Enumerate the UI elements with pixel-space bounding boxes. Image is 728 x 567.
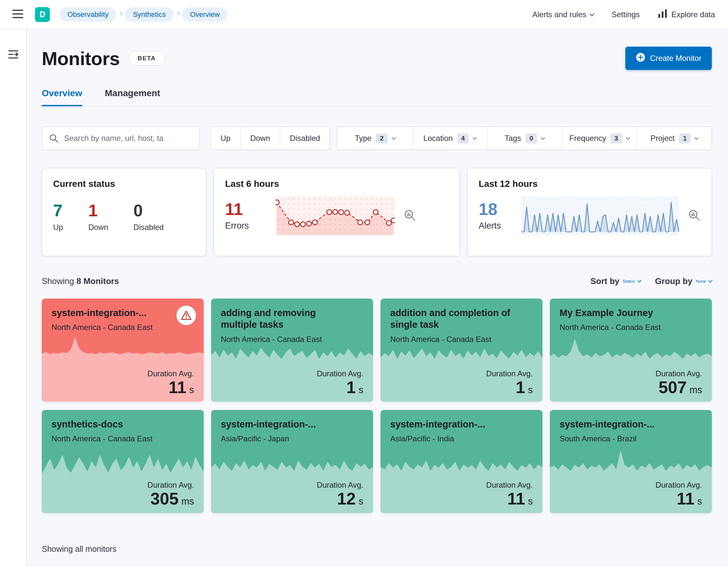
duration-label: Duration Avg.	[655, 481, 702, 490]
monitor-duration: Duration Avg. 1s	[486, 369, 533, 396]
sort-by-value-label: Status	[623, 279, 635, 284]
sort-by-value[interactable]: Status	[623, 279, 641, 284]
filter-frequency-dropdown[interactable]: Frequency 3	[562, 127, 637, 150]
duration-label: Duration Avg.	[317, 369, 363, 378]
monitor-location: North America - Canada East	[211, 331, 373, 345]
monitor-name: synthetics-docs	[42, 410, 204, 430]
filter-type-dropdown[interactable]: Type 2	[337, 127, 412, 150]
sort-by: Sort by Status	[590, 276, 641, 286]
chevron-down-icon	[637, 278, 642, 283]
breadcrumb-item-synthetics[interactable]: Synthetics	[125, 7, 174, 22]
duration-label: Duration Avg.	[655, 369, 702, 378]
duration-unit: s	[528, 385, 533, 395]
tabs: Overview Management	[42, 88, 712, 107]
current-status-title: Current status	[53, 179, 195, 189]
space-avatar[interactable]: D	[35, 7, 50, 22]
monitor-card[interactable]: system-integration-... North America - C…	[42, 299, 204, 402]
tab-overview[interactable]: Overview	[42, 88, 82, 106]
filter-disabled-button[interactable]: Disabled	[280, 127, 330, 150]
monitor-card[interactable]: My Example Journey North America - Canad…	[550, 299, 712, 402]
current-status-card: Current status 7 Up 1 Down 0 Disabled	[42, 168, 206, 256]
monitor-count-text: Showing 8 Monitors	[42, 276, 119, 286]
filter-count-badge: 0	[526, 133, 537, 143]
filter-count-badge: 3	[610, 133, 622, 143]
filter-tags-dropdown[interactable]: Tags 0	[487, 127, 562, 150]
alerts-and-rules-button[interactable]: Alerts and rules	[532, 10, 594, 19]
duration-value: 1	[516, 378, 525, 397]
filter-count-badge: 2	[376, 133, 387, 143]
settings-button[interactable]: Settings	[612, 10, 640, 19]
monitor-name: My Example Journey	[550, 299, 712, 319]
breadcrumb-item-overview[interactable]: Overview	[182, 7, 228, 22]
stat-down-label: Down	[88, 223, 108, 232]
warning-icon	[176, 306, 196, 325]
create-monitor-button[interactable]: Create Monitor	[625, 47, 712, 70]
filter-count-badge: 1	[679, 133, 690, 143]
chevron-down-icon	[472, 136, 477, 140]
monitor-duration: Duration Avg. 12s	[317, 481, 363, 507]
filter-label: Location	[423, 134, 453, 143]
duration-unit: s	[189, 385, 194, 395]
monitor-location: South America - Brazil	[550, 430, 712, 444]
inspect-alerts-button[interactable]	[688, 209, 700, 222]
stat-disabled-label: Disabled	[133, 223, 164, 232]
duration-value: 507	[659, 378, 687, 397]
stat-disabled: 0 Disabled	[133, 202, 164, 232]
breadcrumb-item-observability[interactable]: Observability	[60, 7, 116, 22]
last-6-hours-card: Last 6 hours 11 Errors	[214, 168, 460, 256]
chevron-down-icon	[541, 136, 545, 140]
monitor-name: system-integration-...	[211, 410, 373, 430]
inspect-icon	[688, 209, 700, 222]
monitor-card[interactable]: system-integration-... South America - B…	[550, 410, 712, 513]
monitor-location: Asia/Pacific - India	[381, 430, 542, 444]
hamburger-menu-button[interactable]	[10, 9, 26, 20]
tab-management[interactable]: Management	[105, 88, 160, 106]
inspect-errors-button[interactable]	[404, 209, 416, 222]
monitor-duration: Duration Avg. 11s	[655, 481, 702, 507]
monitor-duration: Duration Avg. 507ms	[655, 369, 702, 396]
chevron-down-icon	[708, 278, 712, 283]
monitor-duration: Duration Avg. 305ms	[147, 481, 194, 507]
stat-up-value: 7	[53, 202, 63, 219]
duration-value: 12	[337, 489, 356, 508]
filter-location-dropdown[interactable]: Location 4	[412, 127, 487, 150]
monitor-location: North America - Canada East	[42, 430, 204, 444]
last-6-hours-title: Last 6 hours	[225, 179, 449, 189]
filter-project-dropdown[interactable]: Project 1	[637, 127, 711, 150]
duration-label: Duration Avg.	[486, 481, 533, 490]
search-input[interactable]	[42, 127, 199, 150]
group-by: Group by None	[655, 276, 712, 286]
monitor-duration: Duration Avg. 11s	[147, 369, 194, 396]
alerts-and-rules-label: Alerts and rules	[532, 10, 586, 19]
inspect-icon	[404, 209, 416, 222]
filter-label: Tags	[505, 134, 521, 143]
stat-down-value: 1	[88, 202, 108, 219]
monitor-card[interactable]: system-integration-... Asia/Pacific - In…	[381, 410, 542, 513]
duration-value: 11	[507, 489, 525, 508]
monitor-name: system-integration-...	[550, 410, 712, 430]
settings-label: Settings	[612, 10, 640, 19]
showing-label: Showing	[42, 276, 74, 286]
duration-unit: s	[359, 385, 364, 395]
errors-label: Errors	[225, 221, 267, 231]
last-12-hours-title: Last 12 hours	[479, 179, 700, 189]
main-content: Monitors BETA Create Monitor Overview Ma…	[27, 29, 728, 567]
monitor-card[interactable]: synthetics-docs North America - Canada E…	[42, 410, 204, 513]
group-by-value[interactable]: None	[696, 279, 712, 284]
monitor-card[interactable]: adding and removing multiple tasks North…	[211, 299, 373, 402]
duration-label: Duration Avg.	[147, 369, 194, 378]
monitor-card[interactable]: addition and completion of single task N…	[381, 299, 542, 402]
stat-disabled-value: 0	[133, 202, 164, 219]
explore-data-button[interactable]: Explore data	[658, 9, 715, 20]
filter-up-button[interactable]: Up	[211, 127, 240, 150]
duration-unit: s	[359, 496, 364, 506]
filter-down-button[interactable]: Down	[240, 127, 280, 150]
create-monitor-label: Create Monitor	[650, 54, 701, 63]
bar-chart-icon	[658, 9, 667, 20]
alerts-label: Alerts	[479, 221, 514, 231]
chevron-down-icon	[694, 136, 699, 140]
monitor-card[interactable]: system-integration-... Asia/Pacific - Ja…	[211, 410, 373, 513]
group-by-value-label: None	[696, 279, 706, 284]
sort-by-label: Sort by	[590, 276, 620, 286]
sidebar-expand-button[interactable]	[0, 50, 27, 60]
